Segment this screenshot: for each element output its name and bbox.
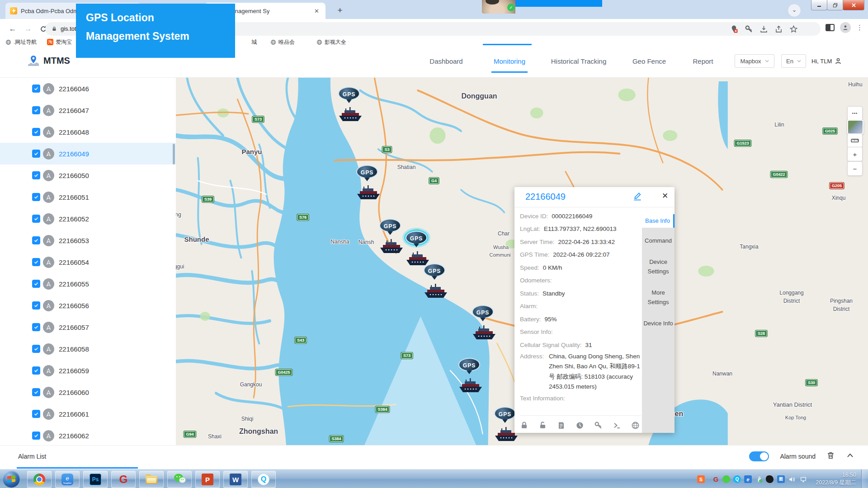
device-checkbox[interactable] bbox=[32, 193, 40, 201]
window-chevron-icon[interactable]: ⌄ bbox=[788, 4, 801, 17]
nav-dashboard[interactable]: Dashboard bbox=[429, 57, 462, 65]
nav-monitoring[interactable]: Monitoring bbox=[494, 57, 525, 65]
map-canvas[interactable]: DongguanPanyuShatianShundeNanshaNanshCha… bbox=[176, 78, 868, 445]
tray-network-icon[interactable] bbox=[799, 475, 807, 483]
gps-boat-marker[interactable]: GPS bbox=[471, 305, 495, 341]
tray-wechat-icon[interactable] bbox=[722, 475, 730, 483]
device-row[interactable]: 22166054 bbox=[0, 251, 176, 273]
taskbar-app-word[interactable]: W bbox=[223, 471, 248, 488]
taskbar-app-qq[interactable]: Q bbox=[251, 471, 276, 488]
map-zoom-out-button[interactable]: − bbox=[847, 161, 863, 176]
collapse-chevron-icon[interactable] bbox=[846, 452, 854, 461]
device-checkbox[interactable] bbox=[32, 236, 40, 244]
tab-device-info[interactable]: Device Info bbox=[642, 319, 675, 328]
back-button[interactable]: ← bbox=[6, 23, 19, 35]
tray-supplier-icon[interactable]: e bbox=[744, 475, 752, 483]
show-desktop-button[interactable] bbox=[861, 469, 868, 488]
taskbar-app-wechat[interactable] bbox=[167, 471, 192, 488]
device-checkbox[interactable] bbox=[32, 388, 40, 396]
tray-gapp-icon[interactable]: G bbox=[712, 475, 720, 483]
device-checkbox[interactable] bbox=[32, 301, 40, 310]
tab-command[interactable]: Command bbox=[642, 236, 675, 245]
unlock-icon[interactable] bbox=[538, 421, 547, 430]
gps-boat-marker[interactable]: GPS bbox=[458, 358, 481, 394]
device-row[interactable]: 22166052 bbox=[0, 208, 176, 230]
device-checkbox[interactable] bbox=[32, 410, 40, 418]
device-checkbox[interactable] bbox=[32, 150, 40, 158]
device-checkbox[interactable] bbox=[32, 84, 40, 93]
device-checkbox[interactable] bbox=[32, 171, 40, 179]
tab-base-info[interactable]: Base Info bbox=[642, 214, 675, 228]
tray-qq-icon[interactable]: Q bbox=[733, 475, 741, 483]
share-icon[interactable] bbox=[774, 25, 783, 33]
gps-boat-marker[interactable]: GPS bbox=[378, 219, 402, 255]
key-icon[interactable] bbox=[594, 421, 603, 430]
device-row[interactable]: 22166061 bbox=[0, 403, 176, 425]
browser-menu-icon[interactable]: ⋮ bbox=[856, 23, 863, 32]
tray-usb-icon[interactable] bbox=[755, 475, 763, 483]
device-checkbox[interactable] bbox=[32, 106, 40, 114]
nav-geo-fence[interactable]: Geo Fence bbox=[632, 57, 666, 65]
device-checkbox[interactable] bbox=[32, 366, 40, 375]
device-row[interactable]: 22166048 bbox=[0, 121, 176, 143]
device-row[interactable]: 22166051 bbox=[0, 186, 176, 208]
tab-more-settings[interactable]: More Settings bbox=[642, 288, 675, 307]
edit-icon[interactable] bbox=[633, 192, 642, 203]
alarm-sound-toggle[interactable] bbox=[749, 451, 769, 461]
device-row[interactable]: 22166050 bbox=[0, 164, 176, 186]
device-row[interactable]: 22166062 bbox=[0, 425, 176, 445]
device-checkbox[interactable] bbox=[32, 215, 40, 223]
nav-historical-tracking[interactable]: Historical Tracking bbox=[551, 57, 607, 65]
star-icon[interactable] bbox=[789, 25, 798, 33]
language-select[interactable]: En bbox=[781, 54, 806, 68]
trash-icon[interactable] bbox=[826, 451, 835, 461]
map-ruler-button[interactable] bbox=[847, 133, 863, 148]
start-button[interactable] bbox=[3, 470, 20, 488]
key-icon[interactable] bbox=[745, 25, 753, 33]
bookmark-item[interactable]: .网址导航 bbox=[5, 38, 37, 46]
alarm-list-tab[interactable]: Alarm List bbox=[18, 453, 46, 460]
device-checkbox[interactable] bbox=[32, 432, 40, 440]
device-row[interactable]: 22166047 bbox=[0, 99, 176, 121]
taskbar-app-supplier[interactable]: eSupplier bbox=[55, 471, 80, 488]
gps-boat-marker[interactable]: GPS bbox=[355, 165, 379, 201]
taskbar-app-explorer[interactable] bbox=[139, 471, 164, 488]
tray-sogou-icon[interactable]: S bbox=[697, 475, 705, 483]
tray-misc-icon[interactable] bbox=[766, 475, 774, 483]
gps-boat-marker[interactable]: GPS bbox=[337, 87, 361, 123]
device-row[interactable]: 22166060 bbox=[0, 381, 176, 403]
map-provider-select[interactable]: Mapbox bbox=[735, 54, 774, 68]
gps-boat-marker[interactable]: GPS bbox=[493, 407, 517, 443]
minimize-button[interactable] bbox=[811, 0, 827, 10]
taskbar-app-powerpoint[interactable]: P bbox=[195, 471, 220, 488]
device-row[interactable]: 22166058 bbox=[0, 338, 176, 360]
bookmark-item[interactable]: 淘爱淘宝 bbox=[47, 38, 72, 46]
close-button[interactable] bbox=[843, 0, 864, 10]
taskbar-app-photoshop[interactable]: Ps bbox=[83, 471, 108, 488]
bookmark-item[interactable]: 城 bbox=[251, 38, 257, 46]
device-row[interactable]: 22166056 bbox=[0, 295, 176, 316]
device-row[interactable]: 22166059 bbox=[0, 360, 176, 381]
gps-boat-marker[interactable]: GPS bbox=[423, 263, 446, 300]
restore-button[interactable] bbox=[827, 0, 843, 10]
pin-blocked-icon[interactable] bbox=[730, 25, 738, 33]
device-checkbox[interactable] bbox=[32, 280, 40, 288]
map-more-button[interactable]: ••• bbox=[847, 106, 863, 121]
device-row[interactable]: 22166055 bbox=[0, 273, 176, 295]
device-checkbox[interactable] bbox=[32, 128, 40, 136]
new-tab-button[interactable]: + bbox=[334, 5, 346, 17]
globe-icon[interactable] bbox=[631, 421, 640, 430]
device-row[interactable]: 22166046 bbox=[0, 78, 176, 99]
user-menu[interactable]: Hi, TLM bbox=[811, 57, 842, 65]
terminal-icon[interactable] bbox=[613, 421, 621, 430]
tray-volume-icon[interactable] bbox=[788, 475, 796, 483]
map-layers-button[interactable] bbox=[847, 120, 863, 134]
taskbar-app-gapp[interactable]: G bbox=[111, 471, 136, 488]
tab-device-settings[interactable]: Device Settings bbox=[642, 257, 675, 276]
device-row[interactable]: 22166057 bbox=[0, 316, 176, 338]
tab-close-icon[interactable]: ✕ bbox=[312, 7, 321, 15]
device-checkbox[interactable] bbox=[32, 345, 40, 353]
device-row[interactable]: 22166053 bbox=[0, 230, 176, 251]
side-panel-icon[interactable] bbox=[826, 24, 835, 31]
lock-icon[interactable] bbox=[520, 421, 528, 430]
